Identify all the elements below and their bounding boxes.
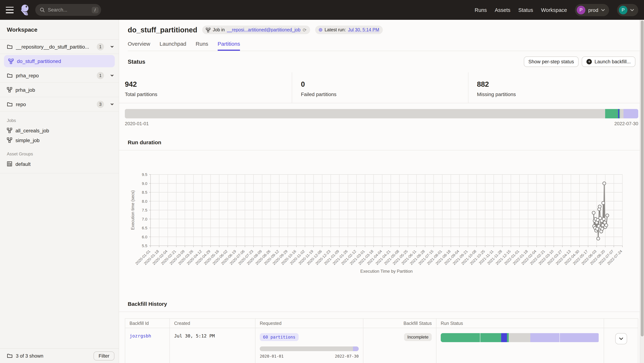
svg-text:9.0: 9.0 <box>142 181 147 186</box>
nav-status[interactable]: Status <box>518 7 533 13</box>
filter-button[interactable]: Filter <box>94 351 114 360</box>
workspace-sidebar: Workspace __repository__do_stuff_partiti… <box>0 20 119 363</box>
col-backfill-status: Backfill Status <box>363 318 436 328</box>
main-content: do_stuff_partitioned Job in __reposi...a… <box>119 20 644 363</box>
col-actions <box>604 318 638 328</box>
tab-overview[interactable]: Overview <box>128 41 150 51</box>
svg-text:7.0: 7.0 <box>142 217 147 222</box>
tab-runs[interactable]: Runs <box>196 41 208 51</box>
run-duration-title: Run duration <box>119 139 644 150</box>
sidebar-item-prha-repo[interactable]: prha_repo 1 <box>0 68 119 83</box>
asset-groups-section-label: Asset Groups <box>0 145 119 159</box>
stat-failed-partitions: 0 Failed partitions <box>292 72 468 103</box>
partition-stats: 942 Total partitions 0 Failed partitions… <box>119 72 644 103</box>
latest-run-link[interactable]: Jul 30, 5:14 PM <box>348 27 379 32</box>
folder-icon <box>7 44 12 50</box>
sidebar-item-label: prha_repo <box>16 72 94 78</box>
stat-total-partitions: 942 Total partitions <box>125 72 292 103</box>
deployment-avatar: P <box>577 6 585 14</box>
svg-text:6.5: 6.5 <box>142 226 147 230</box>
run-status-bar[interactable] <box>441 333 600 342</box>
table-header-row: Backfill Id Created Requested Backfill S… <box>125 318 638 328</box>
sidebar-item-label: __repository__do_stuff_partitio... <box>16 44 94 50</box>
folder-icon <box>7 101 12 107</box>
scrollbar-thumb[interactable] <box>641 20 644 336</box>
sidebar-item-label: repo <box>16 101 94 107</box>
repos-shown-count: 3 of 3 shown <box>16 353 43 358</box>
col-created: Created <box>170 318 255 328</box>
svg-text:8.0: 8.0 <box>142 199 147 204</box>
backfill-created: Jul 30, 5:12 PM <box>174 333 215 338</box>
svg-text:Execution time (secs): Execution time (secs) <box>130 190 135 230</box>
svg-text:6.0: 6.0 <box>142 235 147 239</box>
sidebar-item-repository[interactable]: __repository__do_stuff_partitio... 1 <box>0 40 119 54</box>
folder-icon <box>7 72 12 78</box>
sidebar-item-default-asset-group[interactable]: default <box>0 159 119 169</box>
sidebar-item-simple-job[interactable]: simple_job <box>0 135 119 145</box>
count-badge: 1 <box>97 72 104 79</box>
sidebar-item-all-cereals-job[interactable]: all_cereals_job <box>0 126 119 135</box>
run-duration-chart: 5.56.06.57.07.58.08.59.09.52020-01-01202… <box>119 151 644 277</box>
job-icon <box>8 58 14 64</box>
col-requested: Requested <box>255 318 363 328</box>
tab-partitions[interactable]: Partitions <box>218 41 240 51</box>
stat-value: 0 <box>301 80 460 88</box>
stat-value: 942 <box>125 80 283 88</box>
job-origin-tag: Job in __reposi...artitioned@partitioned… <box>202 26 310 34</box>
scrollbar-track[interactable] <box>640 20 644 363</box>
search-input[interactable]: Search... / <box>35 4 101 16</box>
tab-launchpad[interactable]: Launchpad <box>160 41 186 51</box>
dagster-logo-icon[interactable] <box>20 4 30 16</box>
count-badge: 1 <box>97 43 104 50</box>
menu-button[interactable] <box>5 6 14 14</box>
nav-workspace[interactable]: Workspace <box>541 7 567 13</box>
chevron-down-icon <box>110 103 114 105</box>
asset-group-grid-icon <box>7 161 12 166</box>
user-menu[interactable]: P <box>617 4 638 16</box>
svg-text:7.5: 7.5 <box>142 208 147 212</box>
user-avatar: P <box>619 6 628 14</box>
sidebar-item-do-stuff-partitioned[interactable]: do_stuff_partitioned <box>0 54 119 68</box>
job-label: all_cereals_job <box>16 128 49 133</box>
latest-run-label: Latest run: <box>324 27 346 32</box>
deployment-name: prod <box>588 7 598 13</box>
top-nav-bar: Search... / Runs Assets Status Workspace… <box>0 0 644 20</box>
expand-row-button[interactable] <box>615 333 627 344</box>
nav-runs[interactable]: Runs <box>474 7 487 13</box>
requested-range-end: 2022-07-30 <box>335 354 359 359</box>
run-status-dot-icon <box>319 28 322 32</box>
job-origin-prefix: Job in <box>213 27 225 32</box>
svg-text:9.5: 9.5 <box>142 172 147 177</box>
jobs-section-label: Jobs <box>0 112 119 126</box>
search-icon <box>40 7 45 12</box>
table-row: jozrgsbh Jul 30, 5:12 PM 60 partitions 2… <box>125 328 638 363</box>
col-run-status: Run Status <box>436 318 604 328</box>
show-per-step-status-button[interactable]: Show per-step status <box>524 56 579 67</box>
chevron-down-icon <box>630 9 634 11</box>
reload-icon[interactable]: ⟳ <box>302 28 306 32</box>
chevron-down-icon <box>601 9 605 11</box>
backfill-id-link[interactable]: jozrgsbh <box>130 333 151 338</box>
job-origin-link[interactable]: __reposi...artitioned@partitioned_job <box>227 27 300 32</box>
deployment-switcher[interactable]: P prod <box>575 4 609 16</box>
chevron-down-icon <box>110 46 114 48</box>
sidebar-item-prha-job[interactable]: prha_job <box>0 83 119 97</box>
workspace-title: Workspace <box>0 20 119 40</box>
asset-group-label: default <box>16 161 30 167</box>
partition-status-bar[interactable] <box>125 109 638 118</box>
latest-run-tag: Latest run: Jul 30, 5:14 PM <box>315 26 383 34</box>
partition-range-end: 2022-07-30 <box>614 121 638 126</box>
status-section-title: Status <box>128 58 145 65</box>
partition-range-start: 2020-01-01 <box>125 121 149 126</box>
launch-backfill-button[interactable]: + Launch backfill... <box>582 56 635 67</box>
backfill-status-badge: Incomplete <box>404 333 432 341</box>
backfill-history-table: Backfill Id Created Requested Backfill S… <box>125 318 638 363</box>
requested-partitions-tag[interactable]: 60 partitions <box>260 333 298 341</box>
job-label: simple_job <box>16 137 40 143</box>
job-icon <box>7 138 12 143</box>
sidebar-item-repo[interactable]: repo 3 <box>0 97 119 112</box>
svg-text:Execution Time by Partition: Execution Time by Partition <box>360 269 413 274</box>
stat-value: 882 <box>477 80 635 88</box>
nav-assets[interactable]: Assets <box>495 7 510 13</box>
stat-label: Total partitions <box>125 92 283 97</box>
